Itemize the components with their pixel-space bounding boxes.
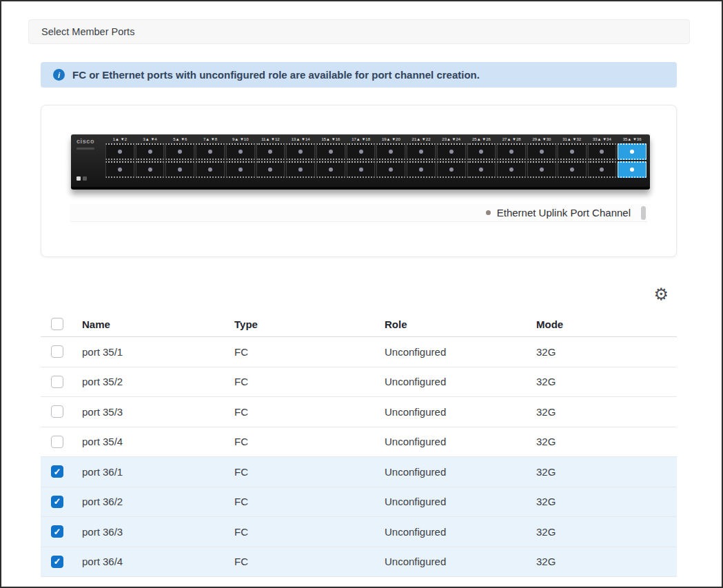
row-checkbox[interactable] — [51, 556, 63, 568]
port-cage[interactable] — [527, 161, 556, 178]
port-cage[interactable] — [618, 143, 646, 160]
port-cage[interactable] — [196, 161, 225, 178]
port-group[interactable]: 25▲ ▼26 — [467, 136, 496, 183]
port-latch-dot — [570, 150, 574, 154]
port-cage[interactable] — [105, 143, 134, 160]
port-table-header: Name Type Role Mode — [41, 312, 677, 337]
port-group[interactable]: 23▲ ▼24 — [437, 136, 466, 183]
port-group[interactable]: 33▲ ▼34 — [588, 136, 617, 183]
port-cage[interactable] — [347, 161, 376, 178]
port-latch-dot — [178, 168, 182, 172]
row-checkbox[interactable] — [51, 465, 63, 478]
port-cage[interactable] — [105, 161, 134, 178]
port-cage[interactable] — [256, 143, 285, 160]
port-cage[interactable] — [286, 143, 315, 160]
port-group[interactable]: 19▲ ▼20 — [376, 136, 405, 183]
port-group[interactable]: 7▲ ▼8 — [196, 136, 225, 183]
port-group[interactable]: 29▲ ▼30 — [527, 136, 556, 183]
port-group-label: 15▲ ▼16 — [316, 136, 345, 143]
port-cage[interactable] — [588, 143, 617, 160]
port-cage[interactable] — [467, 143, 496, 160]
port-group[interactable]: 13▲ ▼14 — [286, 136, 315, 183]
port-cage[interactable] — [196, 143, 225, 160]
port-group[interactable]: 27▲ ▼28 — [497, 136, 526, 183]
port-cage[interactable] — [286, 161, 315, 178]
scrollbar-thumb[interactable] — [641, 206, 646, 220]
port-group[interactable]: 35▲ ▼36 — [618, 136, 646, 183]
port-cage[interactable] — [256, 161, 285, 178]
port-latch-dot — [600, 168, 604, 172]
row-checkbox[interactable] — [51, 405, 63, 418]
port-cage[interactable] — [497, 143, 526, 160]
port-latch-dot — [298, 168, 303, 172]
port-cage[interactable] — [316, 161, 345, 178]
port-cage[interactable] — [558, 143, 587, 160]
table-row[interactable]: port 35/4FCUnconfigured32G — [41, 427, 677, 458]
port-cage[interactable] — [467, 161, 496, 178]
port-group[interactable]: 11▲ ▼12 — [256, 136, 285, 183]
port-cage[interactable] — [136, 143, 165, 160]
port-cage[interactable] — [407, 143, 436, 160]
port-group[interactable]: 17▲ ▼18 — [347, 136, 376, 183]
table-row[interactable]: port 36/1FCUnconfigured32G — [41, 457, 677, 487]
row-checkbox[interactable] — [51, 345, 63, 358]
port-latch-dot — [509, 150, 513, 154]
table-row[interactable]: port 35/2FCUnconfigured32G — [41, 367, 677, 398]
port-group[interactable]: 3▲ ▼4 — [136, 136, 165, 183]
device-led — [77, 176, 81, 181]
cell-name: port 35/2 — [82, 376, 234, 387]
cell-mode: 32G — [536, 346, 677, 358]
port-cage[interactable] — [226, 161, 255, 178]
port-cage[interactable] — [437, 161, 466, 178]
cell-mode: 32G — [536, 406, 677, 418]
port-group-label: 21▲ ▼22 — [407, 136, 436, 143]
table-row[interactable]: port 35/1FCUnconfigured32G — [41, 337, 677, 367]
port-group[interactable]: 9▲ ▼10 — [226, 136, 255, 183]
table-row[interactable]: port 36/3FCUnconfigured32G — [41, 517, 677, 547]
cell-role: Unconfigured — [385, 496, 536, 507]
port-cage[interactable] — [165, 143, 194, 160]
row-checkbox[interactable] — [51, 496, 63, 508]
row-checkbox[interactable] — [51, 525, 63, 538]
port-cage[interactable] — [588, 161, 617, 178]
port-group-label: 1▲ ▼2 — [105, 136, 134, 143]
port-group[interactable]: 1▲ ▼2 — [105, 136, 134, 183]
port-group-label: 9▲ ▼10 — [226, 136, 255, 143]
row-checkbox-cell — [41, 556, 82, 568]
port-group-label: 19▲ ▼20 — [376, 136, 405, 143]
port-cage[interactable] — [376, 161, 405, 178]
port-cage[interactable] — [347, 143, 376, 160]
port-cage[interactable] — [376, 143, 405, 160]
row-checkbox-cell — [41, 345, 82, 358]
info-icon: i — [53, 69, 65, 81]
row-checkbox[interactable] — [51, 436, 63, 448]
port-group[interactable]: 31▲ ▼32 — [558, 136, 587, 183]
port-cage[interactable] — [226, 143, 255, 160]
port-cage[interactable] — [136, 161, 165, 178]
port-group[interactable]: 5▲ ▼6 — [165, 136, 194, 183]
port-latch-dot — [600, 150, 604, 154]
port-cage[interactable] — [558, 161, 587, 178]
port-cage[interactable] — [165, 161, 194, 178]
table-row[interactable]: port 36/4FCUnconfigured32G — [41, 547, 677, 578]
row-checkbox-cell — [41, 496, 82, 508]
port-latch-dot — [389, 150, 393, 154]
port-cage[interactable] — [437, 143, 466, 160]
table-row[interactable]: port 35/3FCUnconfigured32G — [41, 397, 677, 427]
select-all-checkbox[interactable] — [51, 318, 63, 330]
port-cage[interactable] — [527, 143, 556, 160]
port-cage[interactable] — [407, 161, 436, 178]
port-cage[interactable] — [497, 161, 526, 178]
row-checkbox[interactable] — [51, 376, 63, 388]
gear-icon[interactable]: ⚙ — [653, 286, 669, 303]
port-group[interactable]: 21▲ ▼22 — [407, 136, 436, 183]
port-group[interactable]: 15▲ ▼16 — [316, 136, 345, 183]
port-cage[interactable] — [618, 161, 646, 178]
cell-type: FC — [234, 376, 385, 387]
port-group-label: 27▲ ▼28 — [497, 136, 526, 143]
port-latch-dot — [389, 168, 393, 172]
port-cage[interactable] — [316, 143, 345, 160]
table-row[interactable]: port 36/2FCUnconfigured32G — [41, 487, 677, 518]
cell-type: FC — [234, 436, 385, 447]
cell-name: port 36/2 — [82, 496, 234, 507]
